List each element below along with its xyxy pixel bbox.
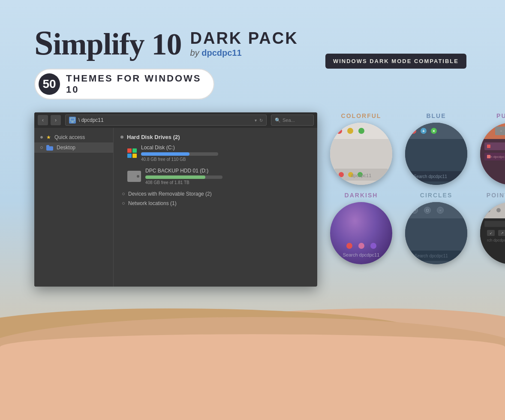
nav-back-button[interactable]: ‹ xyxy=(38,115,48,125)
point-micro-circle: ↙ ↗ ⊞ rch dpcdpc11 xyxy=(480,202,505,264)
purple-min-btn: − xyxy=(495,127,505,135)
pm-search-text: rch dpcdpc11 xyxy=(484,238,505,242)
colorful-dot-green xyxy=(358,128,364,134)
explorer-titlebar: ‹ › \ dpcdpc11 ▾ ↻ 🔍 Sea... xyxy=(34,112,317,128)
desktop-dot xyxy=(40,146,43,149)
circles-btn-3: × xyxy=(437,207,444,214)
network-dot xyxy=(122,202,125,205)
explorer-window: ‹ › \ dpcdpc11 ▾ ↻ 🔍 Sea... xyxy=(34,112,317,287)
quick-access-dot xyxy=(40,136,43,139)
colorful-label: Colorful xyxy=(341,112,382,119)
blue-x-btn: × xyxy=(431,128,437,134)
circles-label: Circles xyxy=(420,192,452,199)
themes-count: 50 xyxy=(39,73,60,95)
blue-plus-btn: + xyxy=(421,128,427,134)
blue-minus-btn: − xyxy=(410,128,416,134)
removable-label: Devices with Removable Storage (2) xyxy=(128,191,212,197)
colorful-dot-yellow xyxy=(347,128,353,134)
main-title: Simplify 10 xyxy=(34,26,182,60)
folder-icon xyxy=(46,145,53,151)
theme-circles: Circles × xyxy=(405,192,467,264)
themes-panel: Colorful xyxy=(330,112,505,264)
dark-pack-label: Dark Pack xyxy=(190,30,298,46)
author-credit: by dpcdpc11 xyxy=(190,48,298,58)
disk-d-name: DPC BACKUP HDD 01 (D:) xyxy=(145,168,310,174)
point-micro-label: Point Micro xyxy=(487,192,505,199)
disk-c-item[interactable]: Local Disk (C:) 40.8 GB free of 110 GB xyxy=(127,145,310,162)
purple-bar-dot1 xyxy=(487,145,490,148)
hard-disk-title: Hard Disk Drives (2) xyxy=(127,134,180,140)
compat-badge: Windows Dark Mode Compatible xyxy=(325,54,466,69)
purple-bar-dot2 xyxy=(487,155,490,158)
removable-storage-item[interactable]: Devices with Removable Storage (2) xyxy=(120,191,310,197)
darkish-circle: Search dpcdpc11 xyxy=(330,202,392,264)
quick-access-label: Quick access xyxy=(54,134,85,140)
sidebar-quick-access[interactable]: ★ Quick access xyxy=(34,132,113,142)
address-bar[interactable]: \ dpcdpc11 ▾ ↻ xyxy=(65,115,267,126)
colorful-dot-red xyxy=(336,128,342,134)
pm-expand-btn2: ↗ xyxy=(498,230,505,236)
disk-d-bar xyxy=(145,175,205,179)
disk-c-bar xyxy=(141,152,189,156)
sidebar-desktop[interactable]: Desktop xyxy=(34,142,113,153)
star-icon: ★ xyxy=(46,134,51,140)
network-locations-item[interactable]: Network locations (1) xyxy=(120,200,310,206)
darkish-label: Darkish xyxy=(345,192,378,199)
theme-colorful: Colorful xyxy=(330,112,392,185)
circles-search-box: Search dpcdpc11 xyxy=(411,251,461,261)
pc-icon xyxy=(69,117,76,124)
desktop-label: Desktop xyxy=(57,145,75,151)
address-text: \ dpcdpc11 xyxy=(78,117,252,123)
circles-btn-1 xyxy=(411,207,418,214)
search-box[interactable]: 🔍 Sea... xyxy=(271,115,314,126)
blue-label: Blue xyxy=(426,112,446,119)
svg-rect-0 xyxy=(70,118,75,121)
address-refresh[interactable]: ↻ xyxy=(259,118,263,123)
pm-dot2 xyxy=(496,208,501,212)
explorer-main: Hard Disk Drives (2) Local Disk (C:) xyxy=(114,128,317,287)
blue-search-box: Search dpcdpc11 xyxy=(410,171,462,181)
hdd-icon xyxy=(127,171,141,182)
darkish-search-text: Search dpcdpc11 xyxy=(343,252,380,257)
colorful-address-overlay: dpcdpc11 xyxy=(330,173,392,178)
pm-dot1 xyxy=(486,208,490,212)
purple-label: Purple xyxy=(496,112,505,119)
pm-bar1 xyxy=(484,221,505,227)
circles-btn-2 xyxy=(424,207,431,214)
darkish-dot-purple xyxy=(370,243,376,249)
removable-dot xyxy=(122,193,125,195)
purple-circle: − □ × h dpcdpc11 xyxy=(480,123,505,185)
darkish-dot-pink xyxy=(358,243,364,249)
theme-point-micro: Point Micro ↙ ↗ ⊞ xyxy=(480,192,505,264)
theme-blue: Blue − + × Search dpcdpc11 xyxy=(405,112,467,185)
pm-expand-btn1: ↙ xyxy=(487,230,495,236)
circles-circle: × Search dpcdpc11 xyxy=(405,202,467,264)
theme-purple: Purple − □ × xyxy=(480,112,505,185)
disk-d-size: 408 GB free of 1.81 TB xyxy=(145,180,310,185)
colorful-circle: dpcdpc11 xyxy=(330,123,392,185)
address-dropdown[interactable]: ▾ xyxy=(255,118,257,123)
disk-c-size: 40.8 GB free of 110 GB xyxy=(141,157,310,162)
network-label: Network locations (1) xyxy=(128,200,177,206)
disk-c-name: Local Disk (C:) xyxy=(141,145,310,151)
disk-d-item[interactable]: DPC BACKUP HDD 01 (D:) 408 GB free of 1.… xyxy=(127,168,310,185)
blue-circle: − + × Search dpcdpc11 xyxy=(405,123,467,185)
darkish-dot-red xyxy=(346,243,352,249)
hard-disk-dot xyxy=(120,136,123,139)
nav-forward-button[interactable]: › xyxy=(51,115,61,125)
themes-badge: 50 Themes for Windows 10 xyxy=(34,69,214,100)
explorer-sidebar: ★ Quick access Desktop xyxy=(34,128,114,287)
theme-darkish: Darkish Search dpcdpc11 xyxy=(330,192,392,264)
windows-logo-icon xyxy=(127,148,137,158)
themes-label: Themes for Windows 10 xyxy=(66,73,203,95)
